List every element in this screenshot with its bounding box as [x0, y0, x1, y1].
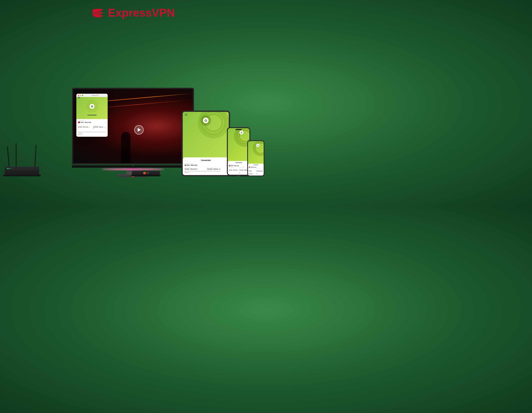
tablet-recent-location[interactable]: Recent Location Australia - Sydney - 2 ○	[207, 167, 227, 170]
phone-power-button[interactable]: ⏻	[239, 131, 244, 134]
vpn-app-window: ExpressVPN	[76, 94, 108, 137]
tablet-location-section[interactable]: Selected Location USA - New York •••	[185, 163, 227, 167]
phone-small-smart[interactable]: Smart Location Canada Vancouver	[249, 169, 255, 175]
devices-container: ExpressVPN	[0, 21, 266, 185]
phone-small-smart-label: Smart Location	[249, 169, 255, 169]
smart-location-shortcut[interactable]: Smart Location Canada - Vancouver ⚡	[78, 125, 91, 129]
window-minimize-button[interactable]	[80, 95, 81, 96]
phone-location-name: USA - New York	[231, 165, 239, 166]
phone-small-power-icon: ⏻	[257, 145, 259, 146]
phone-small-location-row: USA New York	[249, 167, 263, 168]
phone-home-indicator	[236, 176, 241, 176]
tablet-power-icon: ⏻	[204, 119, 207, 122]
tablet-location-label: Selected Location	[185, 163, 227, 164]
apple-tv-logo: 🍎	[143, 171, 146, 174]
phone-small-time: 9:41	[249, 141, 250, 142]
router-light-3	[10, 168, 11, 169]
phone-small-location[interactable]: Current Location USA New York	[249, 166, 263, 168]
router-antenna-1	[7, 146, 10, 167]
monitor-glow-effect	[102, 169, 164, 170]
tablet-power-ring: ⏻	[200, 115, 211, 126]
router-lights	[5, 167, 39, 171]
phone-small-device: 9:41 ●●● ⏻ Connected Current Locat	[247, 140, 265, 176]
header: ExpressVPN	[0, 0, 266, 19]
phone-small-flag	[249, 167, 250, 168]
phone-small-smart-value: Canada Vancouver	[249, 170, 253, 174]
hamburger-line-3	[185, 115, 188, 116]
phone-smart-value: Canada - Vancouver	[229, 169, 238, 170]
promo-text: If you're serious about protecting data,…	[78, 131, 106, 134]
phone-large-screen: ⏻ Connected Selected Location USA - New …	[228, 128, 249, 175]
phone-large-device: ⏻ Connected Selected Location USA - New …	[227, 127, 250, 176]
tablet-recent-row: Australia - Sydney - 2 ○	[207, 168, 227, 170]
phone-small-frame: 9:41 ●●● ⏻ Connected Current Locat	[247, 140, 265, 176]
play-button[interactable]	[134, 125, 144, 134]
window-close-button[interactable]	[78, 95, 79, 96]
usa-flag-icon	[78, 122, 80, 123]
router-body	[5, 167, 39, 174]
appletv-body: 🍎 tv	[132, 171, 160, 175]
tablet-smart-location[interactable]: Smart Location Canada - Vancouver ◇	[185, 167, 205, 170]
hamburger-menu[interactable]	[78, 97, 80, 98]
current-location-row: USA - New York •••	[78, 122, 106, 123]
phone-small-shortcuts: Smart Location Canada Vancouver Recent L…	[249, 168, 263, 175]
phone-small-recent[interactable]: Recent Location Australia Sydney - 2	[256, 169, 263, 175]
phone-smart-label: Smart Location	[229, 167, 238, 168]
current-location-name: USA - New York	[81, 122, 91, 123]
tablet-shortcuts: Smart Location Canada - Vancouver ◇ Rece…	[185, 167, 227, 170]
tablet-location-name: USA - New York	[187, 164, 197, 166]
phone-notch	[236, 129, 242, 130]
silhouette	[121, 132, 131, 163]
window-titlebar: ExpressVPN	[76, 94, 108, 97]
phone-small-divider	[256, 169, 256, 175]
vpn-app-body: ⏻ Connected Current Location US	[76, 97, 108, 137]
vpn-promo-section: If you're serious about protecting data,…	[76, 130, 108, 137]
tablet-hamburger-menu[interactable]	[185, 114, 188, 116]
promo-read-more-link[interactable]: Read more	[78, 134, 106, 135]
smart-location-value: Canada - Vancouver	[78, 126, 88, 128]
tablet-power-button[interactable]: ⏻	[203, 118, 209, 123]
vpn-power-button[interactable]: ⏻	[89, 104, 95, 109]
appletv-base	[131, 175, 161, 176]
window-maximize-button[interactable]	[82, 95, 83, 96]
tablet-smart-value: Canada - Vancouver	[185, 168, 197, 170]
tablet-device: ⏻ Connected Selected Location USA - New …	[181, 111, 230, 176]
router-base	[3, 174, 41, 176]
recent-location-shortcut[interactable]: Recent Location Australia - Sydney - 2 🕐	[93, 125, 106, 129]
phone-shortcuts: Smart Location Canada - Vancouver Recent…	[229, 167, 248, 174]
expressvpn-logo-text: ExpressVPN	[108, 6, 175, 19]
clock-icon: 🕐	[104, 127, 106, 128]
vpn-shortcuts-section: Smart Location Canada - Vancouver ⚡ Rece…	[76, 124, 108, 130]
tablet-more-options[interactable]: •••	[226, 165, 227, 166]
appletv-device: 🍎 tv	[132, 171, 161, 176]
play-arrow-icon	[138, 128, 141, 132]
phone-small-status-bar: 9:41 ●●●	[248, 141, 264, 143]
tablet-usa-flag	[185, 165, 186, 166]
router-light-4	[12, 168, 13, 169]
phone-small-connected: Connected	[249, 164, 263, 165]
appletv-label: tv	[147, 172, 149, 174]
power-icon: ⏻	[91, 105, 93, 108]
phone-small-recent-value: Australia Sydney - 2	[256, 170, 263, 174]
phone-large-frame: ⏻ Connected Selected Location USA - New …	[227, 127, 250, 176]
more-options-icon[interactable]: •••	[105, 122, 106, 123]
phone-flag	[229, 165, 230, 166]
router-antenna-2	[16, 143, 17, 167]
tablet-frame: ⏻ Connected Selected Location USA - New …	[181, 111, 230, 176]
phone-bottom-bar	[227, 176, 250, 176]
tablet-connected-text: Connected	[185, 159, 227, 161]
router-device	[5, 167, 39, 176]
phone-small-vpn-ui: Connected Current Location USA New York …	[248, 164, 264, 176]
tablet-smart-row: Canada - Vancouver ◇	[185, 168, 205, 170]
tablet-recent-value: Australia - Sydney - 2	[207, 168, 220, 170]
phone-location-section[interactable]: Selected Location USA - New York •••	[229, 164, 248, 167]
router-light-1	[7, 168, 8, 169]
monitor-chin	[72, 165, 194, 168]
phone-smart-location[interactable]: Smart Location Canada - Vancouver	[229, 167, 238, 174]
phone-small-power-button[interactable]: ⏻	[256, 144, 260, 147]
vpn-current-location[interactable]: Current Location USA - New York •••	[76, 119, 108, 124]
tablet-clock-icon: ○	[220, 168, 221, 170]
tablet-vpn-ui: Connected Selected Location USA - New Yo…	[183, 157, 229, 175]
phone-recent-value: Australia - Sydney - 2	[239, 169, 248, 173]
tablet-promo-link[interactable]: Read more	[185, 172, 227, 173]
